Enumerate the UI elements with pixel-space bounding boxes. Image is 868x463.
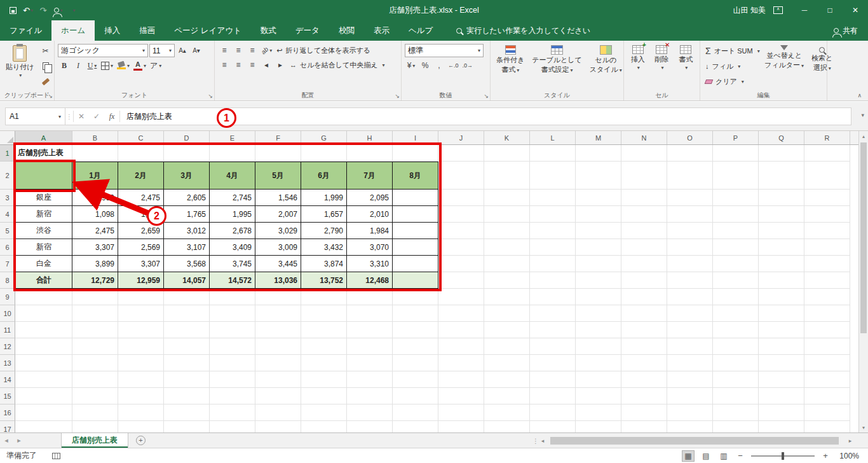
cell-L9[interactable] xyxy=(530,289,576,305)
cell-L7[interactable] xyxy=(530,256,576,272)
cell-E12[interactable] xyxy=(210,338,255,355)
cell-H3[interactable]: 2,095 xyxy=(347,190,393,206)
cell-G12[interactable] xyxy=(301,338,347,355)
cell-F17[interactable] xyxy=(255,421,301,432)
row-header-16[interactable]: 16 xyxy=(0,404,15,421)
cell-I10[interactable] xyxy=(393,305,438,322)
cell-L8[interactable] xyxy=(530,272,576,289)
touch-mode-button[interactable]: ▾ xyxy=(52,3,65,17)
row-header-14[interactable]: 14 xyxy=(0,371,15,388)
cell-D1[interactable] xyxy=(164,145,210,162)
align-right-button[interactable]: ≡ xyxy=(246,59,259,71)
cell-N3[interactable] xyxy=(621,190,667,206)
cell-B10[interactable] xyxy=(72,305,118,322)
cell-J4[interactable] xyxy=(438,206,484,223)
cell-P6[interactable] xyxy=(713,239,759,256)
cell-G11[interactable] xyxy=(301,322,347,338)
cell-H5[interactable]: 1,984 xyxy=(347,223,393,239)
cell-P14[interactable] xyxy=(713,371,759,388)
cell-Q5[interactable] xyxy=(759,223,804,239)
cell-C15[interactable] xyxy=(118,388,164,404)
cell-M8[interactable] xyxy=(576,272,621,289)
cell-O13[interactable] xyxy=(667,355,713,371)
phonetic-button[interactable]: ア▾ xyxy=(149,59,163,72)
cell-J8[interactable] xyxy=(438,272,484,289)
cell-E2[interactable]: 4月 xyxy=(210,162,255,190)
cell-J3[interactable] xyxy=(438,190,484,206)
confirm-entry-button[interactable]: ✓ xyxy=(89,108,104,125)
cell-K8[interactable] xyxy=(484,272,530,289)
cell-E16[interactable] xyxy=(210,404,255,421)
cell-R17[interactable] xyxy=(804,421,850,432)
cell-G8[interactable]: 13,752 xyxy=(301,272,347,289)
column-header-M[interactable]: M xyxy=(576,131,621,144)
cell-B1[interactable] xyxy=(72,145,118,162)
cell-H16[interactable] xyxy=(347,404,393,421)
cell-D17[interactable] xyxy=(164,421,210,432)
cell-L15[interactable] xyxy=(530,388,576,404)
format-painter-button[interactable] xyxy=(39,75,52,88)
cell-P9[interactable] xyxy=(713,289,759,305)
cell-E10[interactable] xyxy=(210,305,255,322)
select-all-button[interactable] xyxy=(0,131,15,144)
redo-button[interactable]: ↷ xyxy=(37,3,50,17)
cell-G1[interactable] xyxy=(301,145,347,162)
cell-R8[interactable] xyxy=(804,272,850,289)
cell-N12[interactable] xyxy=(621,338,667,355)
cell-Q15[interactable] xyxy=(759,388,804,404)
cell-I17[interactable] xyxy=(393,421,438,432)
cell-M10[interactable] xyxy=(576,305,621,322)
cell-J7[interactable] xyxy=(438,256,484,272)
cell-H12[interactable] xyxy=(347,338,393,355)
cell-Q4[interactable] xyxy=(759,206,804,223)
tab-ページ レイアウト[interactable]: ページ レイアウト xyxy=(165,20,251,41)
new-sheet-button[interactable]: + xyxy=(136,436,146,445)
cell-L3[interactable] xyxy=(530,190,576,206)
fill-button[interactable]: ↓フィル▾ xyxy=(703,60,759,73)
cell-R15[interactable] xyxy=(804,388,850,404)
cell-O15[interactable] xyxy=(667,388,713,404)
paste-button[interactable]: 貼り付け ▾ xyxy=(3,43,37,90)
cell-D6[interactable]: 3,107 xyxy=(164,239,210,256)
cell-B5[interactable]: 2,475 xyxy=(72,223,118,239)
cell-O8[interactable] xyxy=(667,272,713,289)
cell-F14[interactable] xyxy=(255,371,301,388)
cell-H2[interactable]: 7月 xyxy=(347,162,393,190)
cell-E5[interactable]: 2,678 xyxy=(210,223,255,239)
row-header-11[interactable]: 11 xyxy=(0,322,15,338)
tab-ヘルプ[interactable]: ヘルプ xyxy=(399,20,442,41)
cell-M9[interactable] xyxy=(576,289,621,305)
cell-C7[interactable]: 3,307 xyxy=(118,256,164,272)
cell-I14[interactable] xyxy=(393,371,438,388)
cell-N10[interactable] xyxy=(621,305,667,322)
cell-I9[interactable] xyxy=(393,289,438,305)
zoom-out-button[interactable]: − xyxy=(736,451,745,460)
cell-M11[interactable] xyxy=(576,322,621,338)
cell-N9[interactable] xyxy=(621,289,667,305)
cell-I13[interactable] xyxy=(393,355,438,371)
cell-J9[interactable] xyxy=(438,289,484,305)
formula-bar-handle[interactable]: ⋮ xyxy=(65,113,73,120)
page-break-view-button[interactable]: ▥ xyxy=(718,451,729,461)
insert-function-button[interactable]: fx xyxy=(104,108,119,125)
cell-R9[interactable] xyxy=(804,289,850,305)
clipboard-dialog-launcher-icon[interactable]: ↘ xyxy=(48,93,53,99)
cell-D4[interactable]: 1,765 xyxy=(164,206,210,223)
cell-C14[interactable] xyxy=(118,371,164,388)
cell-B4[interactable]: 1,098 xyxy=(72,206,118,223)
cell-E15[interactable] xyxy=(210,388,255,404)
column-header-P[interactable]: P xyxy=(713,131,759,144)
collapse-ribbon-icon[interactable]: ∧ xyxy=(857,92,862,99)
increase-decimal-button[interactable]: ←.0 xyxy=(447,59,460,72)
clear-button[interactable]: クリア▾ xyxy=(703,75,759,88)
cell-P8[interactable] xyxy=(713,272,759,289)
cell-J2[interactable] xyxy=(438,162,484,190)
cell-F3[interactable]: 1,546 xyxy=(255,190,301,206)
cell-J15[interactable] xyxy=(438,388,484,404)
cell-K1[interactable] xyxy=(484,145,530,162)
cell-A17[interactable] xyxy=(15,421,72,432)
cell-M1[interactable] xyxy=(576,145,621,162)
cell-O3[interactable] xyxy=(667,190,713,206)
cell-F8[interactable]: 13,036 xyxy=(255,272,301,289)
cell-G16[interactable] xyxy=(301,404,347,421)
